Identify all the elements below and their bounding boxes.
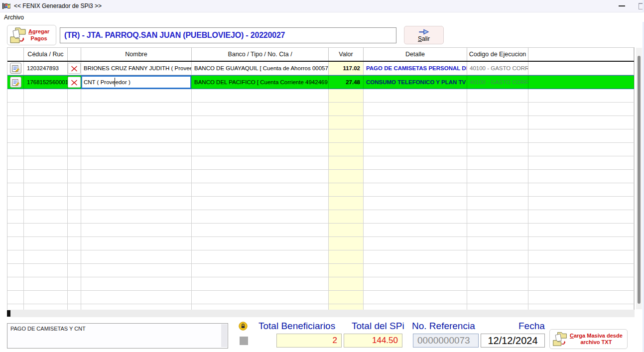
cell-empty: [467, 129, 528, 142]
cell-banco: BANCO DEL PACIFICO [ Cuenta Corriente 49…: [192, 76, 329, 89]
cell-empty: [467, 103, 528, 116]
cell-empty: [192, 277, 329, 290]
referencia-label: No. Referencia: [412, 321, 475, 332]
cell-empty: [329, 129, 364, 142]
cell-empty: [81, 237, 192, 250]
salir-button[interactable]: Salir: [404, 26, 444, 44]
lock-indicator: [239, 322, 248, 333]
cell-empty: [7, 116, 24, 129]
grid-row-empty: [7, 197, 634, 210]
grid-body: 1203247893BRIONES CRUZ FANNY JUDITH ( Pr…: [7, 62, 634, 310]
cell-empty: [24, 183, 68, 196]
menu-archivo[interactable]: Archivo: [0, 13, 28, 21]
cell-empty: [364, 103, 467, 116]
salir-label: Salir: [418, 36, 430, 42]
cell-delete: [68, 62, 81, 75]
cell-banco: BANCO DE GUAYAQUIL [ Cuenta de Ahorros 0…: [192, 62, 329, 75]
cell-empty: [364, 237, 467, 250]
row-edit-button[interactable]: [10, 63, 21, 74]
cell-empty: [24, 116, 68, 129]
cell-empty: [364, 116, 467, 129]
cell-empty: [364, 264, 467, 277]
carga-line1: Carga Masiva desde: [570, 333, 623, 339]
cell-empty: [329, 210, 364, 223]
cell-empty: [528, 183, 634, 196]
minimize-button[interactable]: [612, 0, 632, 12]
cell-empty: [467, 237, 528, 250]
cell-empty: [7, 129, 24, 142]
cell-empty: [68, 224, 81, 236]
cell-empty: [528, 197, 634, 210]
cell-empty: [81, 183, 192, 196]
title-bar: << FENIX Generador de SPi3 >>: [0, 0, 644, 12]
cell-empty: [81, 210, 192, 223]
horizontal-scroll-thumb[interactable]: [7, 310, 10, 317]
cell-empty: [24, 210, 68, 223]
cell-empty: [7, 237, 24, 250]
cell-empty: [24, 197, 68, 210]
grid-row-empty: [7, 156, 634, 170]
carga-masiva-button[interactable]: Carga Masiva desde archivo TXT: [549, 329, 628, 349]
cell-empty: [467, 210, 528, 223]
cell-empty: [68, 129, 81, 142]
cell-empty: [68, 143, 81, 156]
header-nombre: Nombre: [81, 48, 192, 61]
cell-empty: [7, 210, 24, 223]
cell-empty: [68, 103, 81, 116]
grid-horizontal-scrollbar[interactable]: [7, 310, 635, 317]
cell-empty: [7, 183, 24, 196]
cell-empty: [528, 304, 634, 310]
cell-empty: [68, 89, 81, 102]
grid-row[interactable]: 1203247893BRIONES CRUZ FANNY JUDITH ( Pr…: [7, 62, 634, 75]
cell-empty: [467, 143, 528, 156]
cell-empty: [68, 156, 81, 169]
cell-codigo: 40100 - GASTO CORRIENTE: [467, 76, 528, 89]
grid-row-empty: [7, 210, 634, 224]
cell-empty: [364, 183, 467, 196]
cell-empty: [68, 116, 81, 129]
row-edit-button[interactable]: [10, 77, 21, 88]
cell-empty: [68, 170, 81, 183]
grid-row-empty: [7, 143, 634, 156]
grid-row-empty: [7, 224, 634, 237]
cell-empty: [68, 304, 81, 310]
cell-detalle: PAGO DE CAMISETAS PERSONAL DEL GAD: [364, 62, 467, 75]
cell-empty: [24, 264, 68, 277]
cell-empty: [81, 224, 192, 236]
cell-empty: [192, 250, 329, 263]
cell-empty: [24, 224, 68, 236]
cell-valor: 117.02: [329, 62, 364, 75]
grid-vertical-scrollbar[interactable]: [636, 48, 642, 309]
grid-header: Cédula / Ruc Nombre Banco / Tipo / No. C…: [7, 48, 634, 62]
grid-row[interactable]: 1768152560001CNT ( Proveedor )BANCO DEL …: [7, 75, 634, 89]
cell-empty: [364, 89, 467, 102]
cell-empty: [467, 304, 528, 310]
cell-empty: [68, 210, 81, 223]
cell-empty: [81, 156, 192, 169]
fecha-label: Fecha: [518, 321, 545, 332]
nombre-inline-editor[interactable]: CNT ( Proveedor ): [81, 76, 192, 89]
cell-empty: [192, 291, 329, 304]
cell-empty: [81, 103, 192, 116]
add-payments-folder-icon: [9, 27, 27, 44]
agregar-pagos-button[interactable]: Agregar Pagos: [7, 25, 56, 45]
vertical-scroll-thumb[interactable]: [638, 56, 641, 304]
row-delete-button[interactable]: [68, 77, 81, 88]
cell-empty: [329, 304, 364, 310]
cell-empty: [329, 237, 364, 250]
row-delete-button[interactable]: [68, 63, 81, 74]
cell-empty: [329, 264, 364, 277]
cell-empty: [7, 291, 24, 304]
observaciones-textarea[interactable]: PAGO DE CAMISETAS Y CNT: [7, 323, 228, 349]
carga-masiva-label: Carga Masiva desde archivo TXT: [570, 333, 623, 346]
entity-title-field[interactable]: [60, 27, 396, 43]
fecha-field[interactable]: [481, 334, 545, 348]
header-cedula: Cédula / Ruc: [24, 48, 68, 61]
cell-empty: [24, 89, 68, 102]
cell-empty: [7, 89, 24, 102]
cell-empty: [329, 183, 364, 196]
gray-square-indicator: [240, 337, 248, 345]
cell-empty: [528, 89, 634, 102]
total-beneficiarios-field: [276, 334, 342, 348]
grid-row-empty: [7, 103, 634, 116]
